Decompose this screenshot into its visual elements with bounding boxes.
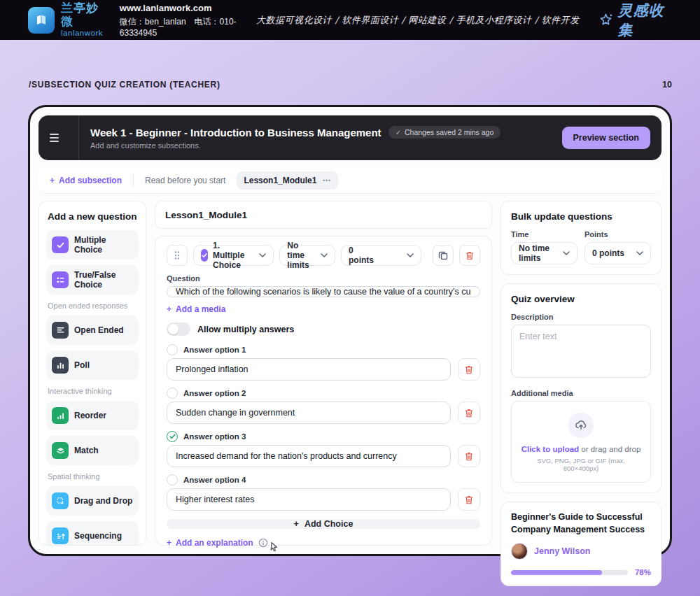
bulk-points-select[interactable]: 0 points — [584, 242, 651, 264]
answer-option-row: Answer option 4 — [167, 474, 480, 511]
palette-item-poll[interactable]: Poll — [46, 350, 139, 380]
bulk-points-value: 0 points — [592, 248, 624, 258]
delete-option-button[interactable] — [458, 402, 480, 424]
quiz-overview-panel: Quiz overview Description Additional med… — [500, 283, 662, 493]
answer-input[interactable] — [167, 358, 451, 381]
trash-icon — [465, 250, 475, 261]
points-value: 0 points — [349, 246, 374, 265]
question-input[interactable] — [167, 286, 480, 297]
palette-item-open-ended[interactable]: Open Ended — [46, 315, 139, 345]
section-title-field[interactable]: Lesson1_Module1 — [155, 201, 492, 229]
media-upload-dropzone[interactable]: Click to upload or drag and drop SVG, PN… — [511, 401, 651, 483]
progress-track — [511, 570, 628, 575]
plus-icon: + — [294, 519, 299, 529]
tab-lesson1-module1[interactable]: Lesson1_Module1 ⋯ — [237, 171, 338, 190]
author-name[interactable]: Jenny Wilson — [534, 546, 590, 556]
chevron-down-icon — [636, 251, 643, 255]
info-icon[interactable] — [258, 538, 268, 548]
answer-radio[interactable] — [167, 474, 178, 485]
ellipsis-icon[interactable]: ⋯ — [322, 176, 331, 185]
preview-section-button[interactable]: Preview section — [562, 127, 651, 149]
palette-item-match[interactable]: Match — [46, 436, 139, 465]
inspiration-collect: 灵感收集 — [598, 1, 672, 40]
add-choice-label: Add Choice — [304, 519, 353, 529]
answer-input[interactable] — [167, 488, 451, 511]
hamburger-icon[interactable] — [50, 134, 59, 142]
answer-input[interactable] — [167, 402, 451, 424]
bulk-update-title: Bulk update questions — [511, 211, 651, 222]
delete-option-button[interactable] — [458, 488, 480, 511]
brand-name-en: lanlanwork — [61, 29, 106, 38]
layers-icon — [52, 442, 69, 459]
drag-handle[interactable] — [167, 245, 188, 266]
answer-option-row: Answer option 1 — [167, 344, 480, 381]
section-subtitle: Add and customize subsections. — [90, 141, 500, 150]
palette-item-label: Open Ended — [74, 325, 124, 335]
answer-radio[interactable] — [167, 388, 178, 399]
author-avatar — [511, 543, 528, 560]
course-title: Beginner's Guide to Successful Company M… — [511, 511, 651, 536]
question-type-value: 1. Multiple Choice — [213, 241, 250, 270]
palette-group-label: Spatial thinking — [48, 472, 137, 481]
add-subsection-label: Add subsection — [59, 176, 122, 185]
section-title: Week 1 - Beginner - Introduction to Busi… — [90, 127, 382, 139]
check-icon — [201, 249, 208, 262]
palette-item-label: Sequencing — [74, 531, 122, 541]
chevron-down-icon — [407, 253, 414, 257]
site-header: 兰亭妙微 lanlanwork www.lanlanwork.com 微信：be… — [0, 0, 700, 40]
palette-item-reorder[interactable]: Reorder — [46, 401, 139, 430]
palette-item-true-false[interactable]: True/False Choice — [46, 265, 139, 295]
chevron-down-icon — [563, 251, 570, 255]
add-choice-button[interactable]: + Add Choice — [167, 519, 480, 529]
description-label: Description — [511, 313, 651, 321]
website-url: www.lanlanwork.com — [120, 3, 256, 13]
answer-input[interactable] — [167, 445, 451, 467]
tab-read-before-you-start[interactable]: Read before you start — [145, 176, 225, 185]
allow-multiple-toggle[interactable] — [167, 322, 190, 336]
correct-check-icon — [169, 434, 176, 439]
palette-item-drag-and-drop[interactable]: Drag and Drop — [46, 486, 139, 516]
collect-label: 灵感收集 — [618, 1, 673, 40]
copy-icon — [438, 250, 448, 260]
check-icon: ✓ — [396, 129, 401, 136]
answer-radio-correct[interactable] — [167, 431, 178, 442]
palette-item-sequencing[interactable]: Sequencing — [46, 521, 139, 546]
progress-fill — [511, 570, 602, 575]
active-tab-label: Lesson1_Module1 — [244, 176, 316, 185]
contact-block: www.lanlanwork.com 微信：ben_lanlan 电话：010-… — [120, 3, 256, 38]
upload-hint: SVG, PNG, JPG or GIF (max. 800×400px) — [519, 457, 643, 472]
course-progress-card: Beginner's Guide to Successful Company M… — [500, 502, 662, 586]
description-textarea[interactable] — [511, 325, 651, 378]
delete-question-button[interactable] — [459, 245, 480, 266]
question-type-select[interactable]: 1. Multiple Choice — [193, 245, 274, 266]
plus-icon: + — [167, 538, 172, 548]
page-number: 10 — [662, 80, 672, 90]
palette-item-multiple-choice[interactable]: Multiple Choice — [46, 230, 139, 260]
upload-cta-rest: or drag and drop — [579, 445, 640, 453]
chevron-down-icon — [259, 253, 266, 257]
question-toolbar: 1. Multiple Choice No time limits 0 poin… — [167, 245, 480, 266]
add-media-button[interactable]: + Add a media — [167, 304, 480, 314]
delete-option-button[interactable] — [458, 358, 480, 381]
progress-percent-label: 78% — [635, 568, 651, 576]
time-limit-select[interactable]: No time limits — [279, 245, 335, 266]
add-media-label: Add a media — [176, 304, 225, 314]
palette-item-label: Multiple Choice — [74, 235, 133, 255]
answer-option-label: Answer option 1 — [183, 346, 246, 354]
answer-radio[interactable] — [167, 344, 178, 355]
bulk-time-select[interactable]: No time limits — [511, 242, 578, 264]
palette-item-label: Drag and Drop — [74, 496, 132, 506]
answer-option-row: Answer option 2 — [167, 388, 480, 424]
add-explanation-button[interactable]: + Add an explanation — [167, 538, 253, 548]
duplicate-question-button[interactable] — [433, 245, 454, 266]
chevron-down-icon — [321, 253, 328, 257]
palette-item-label: Poll — [74, 360, 90, 370]
palette-group-label: Interactive thinking — [48, 387, 137, 395]
services-list: 大数据可视化设计 / 软件界面设计 / 网站建设 / 手机及小程序设计 / 软件… — [256, 14, 580, 27]
delete-option-button[interactable] — [458, 445, 480, 467]
add-subsection-button[interactable]: + Add subsection — [50, 176, 122, 185]
upload-cta-link[interactable]: Click to upload — [522, 445, 579, 453]
subsection-tabs: + Add subsection Read before you start L… — [38, 167, 662, 194]
sparkle-icon — [598, 11, 614, 29]
points-select[interactable]: 0 points — [341, 245, 421, 266]
